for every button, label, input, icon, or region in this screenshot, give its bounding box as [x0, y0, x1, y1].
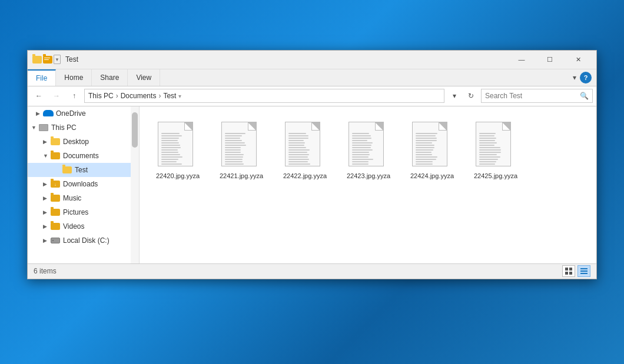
back-button[interactable]: ←: [31, 88, 47, 103]
forward-button[interactable]: →: [49, 88, 64, 103]
close-button[interactable]: ✕: [565, 50, 592, 69]
sidebar-item-onedrive[interactable]: ▶ OneDrive: [28, 106, 139, 121]
sidebar-item-localdisk[interactable]: ▶ Local Disk (C:): [28, 233, 139, 248]
svg-rect-4: [580, 268, 588, 269]
sidebar-item-pictures[interactable]: ▶ Pictures: [28, 205, 139, 219]
tab-share[interactable]: Share: [92, 69, 128, 86]
search-box[interactable]: 🔍: [481, 89, 593, 103]
file-name: 22423.jpg.yyza: [347, 172, 390, 180]
documents-folder-icon: [50, 151, 61, 161]
item-count: 6 items: [34, 267, 57, 275]
window-title: Test: [65, 55, 508, 64]
main-area: ▶ OneDrive ▼ This PC ▶ Deskto: [28, 106, 596, 263]
list-view-button[interactable]: [577, 265, 590, 277]
view-options: [562, 265, 590, 277]
refresh-button[interactable]: ↻: [463, 88, 479, 103]
file-name: 22425.jpg.yyza: [474, 172, 517, 180]
title-bar: ▼ Test — ☐ ✕: [28, 51, 596, 69]
ribbon-tabs: File Home Share View ▾ ?: [28, 69, 596, 86]
sidebar-label-music: Music: [63, 194, 81, 202]
file-icon: [412, 122, 452, 170]
address-path[interactable]: This PC › Documents › Test ▾: [84, 89, 444, 103]
desktop-folder-icon: [50, 137, 61, 146]
minimize-button[interactable]: —: [508, 50, 535, 69]
file-item[interactable]: 22420.jpg.yyza: [148, 118, 207, 183]
file-icon: [158, 122, 198, 170]
pc-icon: [38, 123, 49, 132]
videos-icon: [50, 222, 61, 231]
tab-view[interactable]: View: [128, 69, 160, 86]
address-bar: ← → ↑ This PC › Documents › Test ▾ ▾ ↻ 🔍: [28, 86, 596, 106]
search-icon[interactable]: 🔍: [580, 92, 589, 100]
sidebar-item-documents[interactable]: ▼ Documents: [28, 149, 139, 163]
file-icon: [348, 122, 389, 170]
pictures-icon: [50, 208, 61, 217]
tab-home[interactable]: Home: [56, 69, 92, 86]
status-bar: 6 items: [28, 263, 596, 279]
onedrive-icon: [43, 109, 54, 118]
file-explorer-window: ▼ Test — ☐ ✕ File Home Share View: [27, 50, 597, 279]
file-item[interactable]: 22422.jpg.yyza: [276, 118, 334, 183]
path-thispc[interactable]: This PC: [88, 92, 114, 100]
up-button[interactable]: ↑: [67, 88, 82, 103]
file-icon: [221, 122, 261, 170]
maximize-button[interactable]: ☐: [536, 50, 563, 69]
grid-view-button[interactable]: [562, 265, 575, 277]
svg-rect-1: [569, 268, 572, 271]
downloads-icon: ↓: [50, 179, 61, 189]
file-name: 22421.jpg.yyza: [220, 172, 263, 180]
svg-rect-2: [565, 272, 568, 275]
ribbon-expand-button[interactable]: ▾ ?: [568, 69, 596, 86]
file-name: 22420.jpg.yyza: [156, 172, 200, 180]
file-name: 22422.jpg.yyza: [283, 172, 327, 180]
sidebar-label-downloads: Downloads: [63, 180, 98, 188]
sidebar-item-music[interactable]: ▶ Music: [28, 191, 139, 205]
sidebar-label-videos: Videos: [63, 222, 84, 231]
music-icon: [50, 193, 61, 203]
window-controls: — ☐ ✕: [508, 50, 592, 69]
help-button[interactable]: ?: [580, 72, 592, 84]
path-documents[interactable]: Documents: [121, 92, 157, 100]
ribbon: File Home Share View ▾ ?: [28, 69, 596, 86]
svg-rect-0: [565, 268, 568, 271]
sidebar-item-thispc[interactable]: ▼ This PC: [28, 121, 139, 135]
sidebar: ▶ OneDrive ▼ This PC ▶ Deskto: [28, 106, 140, 263]
svg-rect-6: [580, 273, 588, 274]
sidebar-label-thispc: This PC: [51, 123, 77, 132]
tab-file[interactable]: File: [28, 69, 56, 86]
sidebar-item-videos[interactable]: ▶ Videos: [28, 219, 139, 233]
file-item[interactable]: 22423.jpg.yyza: [339, 118, 398, 183]
drive-icon: [50, 236, 61, 245]
sidebar-label-desktop: Desktop: [63, 138, 89, 146]
svg-rect-5: [580, 271, 588, 272]
file-icon: [476, 122, 516, 170]
file-name: 22424.jpg.yyza: [410, 172, 454, 180]
content-area: 22420.jpg.yyza 22421.jpg.yyza 22422.jpg.…: [140, 106, 596, 263]
sidebar-item-desktop[interactable]: ▶ Desktop: [28, 135, 139, 149]
file-icon: [285, 122, 325, 170]
dropdown-button[interactable]: ▾: [447, 88, 462, 103]
sidebar-label-test: Test: [75, 166, 88, 174]
path-test[interactable]: Test: [163, 92, 176, 100]
sidebar-item-test[interactable]: ▶ Test: [28, 163, 139, 177]
file-item[interactable]: 22424.jpg.yyza: [403, 118, 462, 183]
file-item[interactable]: 22421.jpg.yyza: [212, 118, 271, 183]
search-input[interactable]: [485, 92, 580, 100]
sidebar-label-onedrive: OneDrive: [56, 109, 86, 118]
sidebar-label-documents: Documents: [63, 152, 99, 160]
files-grid: 22420.jpg.yyza 22421.jpg.yyza 22422.jpg.…: [145, 112, 590, 189]
test-folder-icon: [62, 165, 72, 175]
sidebar-label-localdisk: Local Disk (C:): [63, 236, 109, 245]
address-actions: ▾ ↻: [447, 88, 479, 103]
file-item[interactable]: 22425.jpg.yyza: [466, 118, 525, 183]
svg-rect-3: [569, 272, 572, 275]
title-bar-icons: ▼: [32, 55, 61, 64]
sidebar-label-pictures: Pictures: [63, 208, 88, 216]
sidebar-item-downloads[interactable]: ▶ ↓ Downloads: [28, 177, 139, 191]
